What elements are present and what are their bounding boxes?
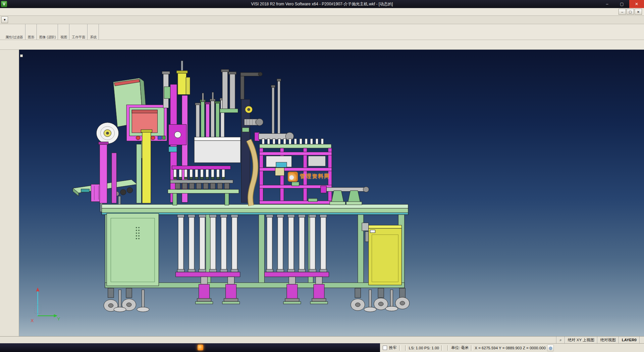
lock-checkbox[interactable] bbox=[383, 346, 387, 350]
toolbar-group-graphics: 图形 bbox=[26, 24, 37, 40]
lock-label: 拴牢 bbox=[389, 345, 397, 350]
tab-dropdown-icon[interactable]: ▼ bbox=[1, 16, 8, 23]
watermark-logo-icon bbox=[288, 172, 298, 182]
window-title: VISI 2018 R2 from Vero Software x64 - P2… bbox=[251, 1, 393, 7]
toolbar-group-image-advanced: 图像 (进阶) bbox=[37, 24, 58, 40]
view-mode-indicator[interactable]: 绝对 XY 上视图 bbox=[565, 337, 597, 343]
toolbar-group-label: 工作平面 bbox=[72, 35, 85, 39]
taskbar-app-icon[interactable] bbox=[198, 345, 203, 350]
toolbar-group-label: 图形 bbox=[28, 35, 35, 39]
visi-logo-icon: V bbox=[1, 1, 7, 7]
mdi-minimize-button[interactable]: – bbox=[619, 9, 626, 15]
mdi-close-button[interactable]: ✕ bbox=[635, 9, 642, 15]
absolute-view-indicator[interactable]: 绝对视图 bbox=[597, 337, 619, 343]
bottom-bar: 拴牢 LS: 1.00 PS: 1.00 单位: 毫米 X = 6275.594… bbox=[0, 343, 644, 352]
toolbar-group-workplane: 工作平面 bbox=[70, 24, 88, 40]
view-orientation-toolbar bbox=[0, 40, 644, 50]
toolbar-group-label: 系统 bbox=[90, 35, 97, 39]
machine-3d-model[interactable]: X Y bbox=[19, 50, 644, 336]
search-icon[interactable]: ⌕ bbox=[556, 337, 564, 343]
left-toolbar bbox=[0, 50, 19, 336]
toolbar-group-label: 视图 bbox=[60, 35, 67, 39]
statusbar: ⌕ 绝对 XY 上视图 绝对视图 LAYER0 bbox=[0, 336, 644, 343]
main-toolbar: 属性/过滤器 图形 图像 (进阶) 视图 工作平面 系统 bbox=[0, 24, 644, 40]
coordinates-readout: X = 6275.594 Y = 0889.903 Z = 0000.000 bbox=[475, 346, 546, 350]
watermark-text: 管理资料网 bbox=[300, 173, 330, 180]
bottom-dark-strip bbox=[0, 343, 380, 352]
menubar: – ▢ ✕ bbox=[0, 8, 644, 16]
close-button[interactable]: ✕ bbox=[629, 0, 644, 8]
watermark: 管理资料网 bbox=[288, 172, 330, 182]
mdi-restore-button[interactable]: ▢ bbox=[627, 9, 634, 15]
toolbar-group-view: 视图 bbox=[58, 24, 70, 40]
toolbar-group-attributes: 属性/过滤器 bbox=[3, 24, 26, 40]
toolbar-group-label: 图像 (进阶) bbox=[39, 35, 56, 39]
ribbon-tab-row: ▼ bbox=[0, 16, 644, 24]
mini-dock-toolbar bbox=[20, 54, 23, 57]
status-segments bbox=[639, 337, 644, 343]
toolbar-group-system: 系统 bbox=[88, 24, 99, 40]
world-icon[interactable]: ◍ bbox=[547, 345, 554, 351]
scale-indicator[interactable]: LS: 1.00 PS: 1.00 bbox=[409, 346, 439, 350]
titlebar: V VISI 2018 R2 from Vero Software x64 - … bbox=[0, 0, 644, 8]
svg-text:X: X bbox=[31, 318, 34, 323]
graphics-viewport[interactable]: X Y 管理资料网 bbox=[19, 50, 644, 336]
svg-text:Y: Y bbox=[57, 316, 60, 321]
toolbar-group-label: 属性/过滤器 bbox=[5, 35, 23, 39]
axis-triad-icon: X Y bbox=[31, 288, 60, 323]
maximize-button[interactable]: ▢ bbox=[614, 0, 629, 8]
minimize-button[interactable]: – bbox=[600, 0, 614, 8]
active-layer-indicator[interactable]: LAYER0 bbox=[619, 337, 639, 343]
units-indicator: 单位: 毫米 bbox=[451, 345, 469, 350]
